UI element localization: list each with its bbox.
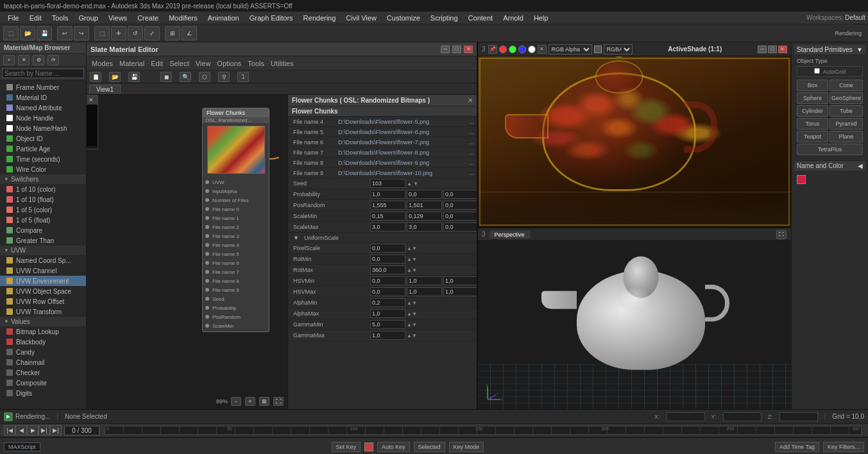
toolbar-snap[interactable]: ⊞ [165, 26, 180, 40]
activeshade-close[interactable]: ✕ [538, 45, 547, 54]
props-alphamax-v1[interactable] [370, 309, 405, 318]
alphamax-spinner[interactable]: ▲▼ [407, 311, 417, 317]
zoom-fit-btn[interactable]: ⊠ [259, 397, 269, 406]
props-hsvmin-v1[interactable] [370, 276, 405, 285]
key-filters-btn[interactable]: Key Filters... [823, 442, 864, 452]
rotmin-spinner[interactable]: ▲▼ [407, 256, 417, 262]
maxscript-btn[interactable]: MAXScript [4, 442, 40, 451]
node-graph-area[interactable]: Navigator ✕ [87, 95, 287, 409]
prim-geosphere[interactable]: GeoSphere [830, 92, 863, 104]
slate-zoom-btn[interactable]: 🔍 [180, 72, 191, 82]
y-input[interactable] [723, 412, 762, 421]
menu-content[interactable]: Content [463, 12, 498, 24]
slate-find-btn[interactable]: ⚲ [218, 72, 230, 82]
rotmax-spinner[interactable]: ▲▼ [407, 267, 417, 273]
slate-close-btn[interactable]: ✕ [464, 46, 473, 53]
mat-item-time-seconds[interactable]: Time (seconds) [0, 154, 86, 164]
mat-bitmap-lookup[interactable]: Bitmap Lookup [0, 326, 86, 337]
add-time-tag-btn[interactable]: Add Time Tag [775, 442, 819, 452]
toolbar-rotate[interactable]: ↺ [128, 26, 143, 40]
prim-sphere[interactable]: Sphere [797, 92, 828, 104]
mat-1of10-color[interactable]: 1 of 10 (color) [0, 184, 86, 194]
props-pos-v2[interactable] [407, 201, 442, 210]
switchers-section[interactable]: Switchers [0, 174, 86, 184]
mat-options-btn[interactable]: ⚙ [33, 55, 44, 65]
key-mode-btn[interactable]: Key Mode [449, 442, 484, 452]
props-hsvmin-v3[interactable] [443, 276, 477, 285]
props-prob-v2[interactable] [407, 190, 442, 199]
props-scalemin-v3[interactable] [443, 212, 477, 221]
toolbar-open[interactable]: 📂 [20, 26, 35, 40]
slate-open-mat-btn[interactable]: 📂 [109, 72, 121, 82]
slate-tab-modes[interactable]: Modes [89, 60, 115, 67]
mat-greater-than[interactable]: Greater Than [0, 235, 86, 246]
props-alphamin-v1[interactable] [370, 298, 405, 307]
props-scalemin-v1[interactable] [370, 212, 405, 221]
tl-prev[interactable]: ◀ [15, 425, 27, 435]
props-scalemax-v1[interactable] [370, 223, 405, 231]
mat-sync-btn[interactable]: ⟳ [47, 55, 59, 65]
node-flower-chunks[interactable]: Flower Chunks OSL: Randomized... UVW Inp… [202, 108, 269, 332]
tl-start[interactable]: |◀ [4, 425, 15, 435]
menu-views[interactable]: Views [103, 12, 132, 24]
toolbar-undo[interactable]: ↩ [57, 26, 72, 40]
zoom-in-btn[interactable]: + [245, 397, 255, 406]
mat-1of10-float[interactable]: 1 of 10 (float) [0, 194, 86, 205]
menu-create[interactable]: Create [132, 12, 164, 24]
toolbar-scale[interactable]: ⤢ [144, 26, 160, 40]
props-hsvmax-v1[interactable] [370, 287, 405, 296]
props-pixelscale-v1[interactable] [370, 244, 405, 253]
slate-mat-assign-btn[interactable]: ⤵ [237, 72, 249, 82]
values-section[interactable]: Values [0, 317, 86, 326]
menu-file[interactable]: File [3, 12, 24, 24]
prim-tetraplus[interactable]: TetraPlus [797, 144, 863, 155]
props-gammamin-v1[interactable] [370, 320, 405, 329]
menu-help[interactable]: Help [529, 12, 554, 24]
slate-tab-options[interactable]: Options [214, 60, 244, 67]
set-key-btn[interactable]: Set Key [332, 442, 361, 452]
mat-new-btn[interactable]: + [3, 55, 15, 65]
mat-item-node-handle[interactable]: Node Handle [0, 113, 86, 123]
menu-graph-editors[interactable]: Graph Editors [244, 12, 298, 24]
menu-rendering[interactable]: Rendering [298, 12, 341, 24]
mat-named-coord[interactable]: Named Coord Sp... [0, 255, 86, 265]
mat-digits[interactable]: Digits [0, 388, 86, 398]
props-pos-v3[interactable] [443, 201, 477, 210]
mat-uvw-row-offset[interactable]: UVW Row Offset [0, 296, 86, 307]
slate-maximize-btn[interactable]: □ [452, 46, 461, 53]
vp-tab-perspective[interactable]: Perspective [489, 231, 531, 239]
toolbar-redo[interactable]: ↪ [74, 26, 89, 40]
props-seed-input[interactable] [370, 179, 405, 188]
autogrid-checkbox[interactable] [814, 68, 820, 74]
alphamin-spinner[interactable]: ▲▼ [407, 300, 417, 306]
props-pos-v1[interactable] [370, 201, 405, 210]
prim-torus[interactable]: Torus [797, 118, 828, 130]
slate-show-shaded-btn[interactable]: ◼ [160, 72, 172, 82]
seed-spinner-down[interactable]: ▼ [413, 181, 418, 187]
filepath-browse-9[interactable]: ... [469, 169, 474, 176]
props-rotmin-v1[interactable] [370, 255, 405, 264]
slate-tab-select[interactable]: Select [167, 60, 192, 67]
mat-item-material-id[interactable]: Material ID [0, 92, 86, 103]
mat-uvw-environment[interactable]: UVW Environment [0, 276, 86, 286]
mat-item-particle-age[interactable]: Particle Age [0, 144, 86, 154]
menu-civil-view[interactable]: Civil View [341, 12, 381, 24]
menu-scripting[interactable]: Scripting [425, 12, 463, 24]
mat-uvw-channel[interactable]: UVW Channel [0, 265, 86, 276]
mat-chainmail[interactable]: Chainmail [0, 357, 86, 367]
channel-select[interactable]: RGB Alpha RGB Alpha [549, 44, 592, 55]
selected-btn[interactable]: Selected [414, 442, 445, 452]
activeshade-pin[interactable]: 📌 [488, 45, 497, 54]
viewport-3d-body[interactable]: x y z [478, 241, 791, 409]
z-input[interactable] [779, 412, 818, 421]
prim-cone[interactable]: Cone [830, 80, 863, 91]
menu-modifiers[interactable]: Modifiers [164, 12, 203, 24]
mat-1of5-color[interactable]: 1 of 5 (color) [0, 205, 86, 215]
filepath-browse-8[interactable]: ... [469, 159, 474, 166]
slate-layout-btn[interactable]: ⬡ [199, 72, 210, 82]
props-prob-v3[interactable] [443, 190, 477, 199]
filepath-browse-5[interactable]: ... [469, 128, 474, 135]
mat-composite[interactable]: Composite [0, 378, 86, 388]
filepath-browse-7[interactable]: ... [469, 149, 474, 156]
vp-maximize-btn[interactable]: ⛶ [776, 230, 787, 239]
